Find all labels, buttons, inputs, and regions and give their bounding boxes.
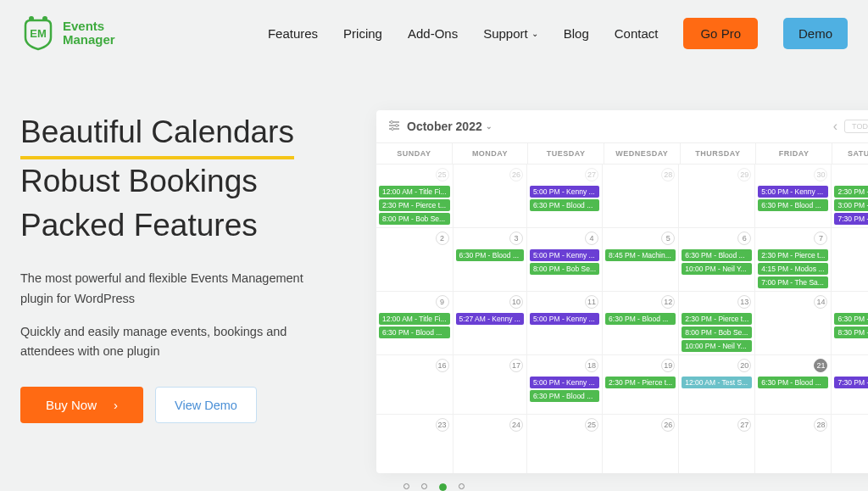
event-chip[interactable]: 5:00 PM - Kenny ...	[530, 377, 599, 388]
carousel-dot[interactable]	[421, 483, 427, 489]
event-chip[interactable]: 6:30 PM - Blood ...	[758, 377, 828, 388]
gopro-button[interactable]: Go Pro	[683, 18, 758, 49]
event-chip[interactable]: 10:00 PM - Neil Y...	[682, 340, 752, 352]
event-chip[interactable]: 6:30 PM - Blood ...	[379, 326, 450, 338]
calendar-cell[interactable]: 26	[453, 164, 527, 227]
day-number: 20	[737, 359, 751, 372]
event-chip[interactable]: 6:30 PM - Blood ...	[605, 313, 676, 325]
day-number: 5	[661, 232, 675, 245]
calendar-cell[interactable]: 216:30 PM - Blood ...	[755, 354, 832, 414]
calendar-cell[interactable]: 36:30 PM - Blood ...	[453, 227, 527, 291]
nav-support[interactable]: Support⌄	[483, 26, 538, 41]
event-chip[interactable]: 2:30 PM - Pierce t...	[379, 199, 450, 211]
day-number: 4	[585, 232, 598, 245]
buy-now-button[interactable]: Buy Now›	[20, 387, 143, 423]
event-chip[interactable]: 8:00 PM - Bob Se...	[379, 213, 450, 225]
calendar-cell[interactable]: 115:00 PM - Kenny ...	[527, 291, 603, 354]
event-chip[interactable]: 6:30 PM - Blood ...	[456, 249, 524, 261]
event-chip[interactable]: 6:30 PM - Blood ...	[834, 313, 868, 325]
nav-pricing[interactable]: Pricing	[343, 26, 382, 41]
event-chip[interactable]: 2:30 PM - Pierce t...	[758, 249, 828, 261]
calendar-cell[interactable]: 132:30 PM - Pierce t...8:00 PM - Bob Se.…	[679, 291, 755, 354]
event-chip[interactable]: 6:30 PM - Blood ...	[530, 390, 599, 402]
event-chip[interactable]: 5:00 PM - Kenny ...	[530, 249, 599, 261]
calendar-cell[interactable]: 45:00 PM - Kenny ...8:00 PM - Bob Se...	[527, 227, 603, 291]
calendar-cell[interactable]: 227:30 PM - Cecilia ...	[832, 354, 868, 414]
nav-contact[interactable]: Contact	[615, 26, 659, 41]
event-chip[interactable]: 7:00 PM - The Sa...	[758, 276, 828, 288]
day-header: THURSDAY	[681, 143, 757, 164]
view-demo-button[interactable]: View Demo	[155, 387, 257, 423]
calendar-cell[interactable]: 126:30 PM - Blood ...	[603, 291, 679, 354]
event-chip[interactable]: 5:00 PM - Kenny ...	[530, 186, 599, 198]
calendar-cell[interactable]: 28	[603, 164, 679, 227]
prev-month-icon[interactable]: ‹	[833, 119, 837, 134]
event-chip[interactable]: 4:15 PM - Modos ...	[758, 263, 828, 275]
event-chip[interactable]: 5:27 AM - Kenny ...	[456, 313, 524, 325]
day-number: 17	[509, 359, 523, 372]
event-chip[interactable]: 7:30 PM - Cecilia ...	[834, 213, 868, 225]
calendar-cell[interactable]: 66:30 PM - Blood ...10:00 PM - Neil Y...	[679, 227, 755, 291]
event-chip[interactable]: 8:30 PM - Pink	[834, 326, 868, 338]
carousel-dot[interactable]	[459, 483, 465, 489]
calendar-cell[interactable]: 305:00 PM - Kenny ...6:30 PM - Blood ...	[755, 164, 832, 227]
calendar-cell[interactable]: 275:00 PM - Kenny ...6:30 PM - Blood ...	[527, 164, 603, 227]
nav-addons[interactable]: Add-Ons	[408, 26, 458, 41]
calendar-cell[interactable]: 156:30 PM - Blood ...8:30 PM - Pink	[832, 291, 868, 354]
carousel-dot-active[interactable]	[439, 483, 447, 491]
event-chip[interactable]: 8:00 PM - Bob Se...	[530, 263, 599, 275]
event-chip[interactable]: 2:30 PM - Pierce t...	[834, 186, 868, 198]
calendar-cell[interactable]: 8	[832, 227, 868, 291]
calendar-cell[interactable]: 25	[527, 414, 603, 473]
event-chip[interactable]: 10:00 PM - Neil Y...	[682, 263, 752, 275]
nav-features[interactable]: Features	[268, 26, 318, 41]
calendar-cell[interactable]: 105:27 AM - Kenny ...	[453, 291, 527, 354]
logo[interactable]: EM EventsManager	[20, 15, 115, 51]
event-chip[interactable]: 2:30 PM - Pierce t...	[605, 377, 676, 388]
calendar-cell[interactable]: 185:00 PM - Kenny ...6:30 PM - Blood ...	[527, 354, 603, 414]
day-number: 13	[737, 295, 751, 309]
event-chip[interactable]: 12:00 AM - Title Fi...	[379, 313, 450, 325]
calendar-cell[interactable]: 912:00 AM - Title Fi...6:30 PM - Blood .…	[376, 291, 453, 354]
calendar-cell[interactable]: 2	[376, 227, 453, 291]
calendar-cell[interactable]: 24	[453, 414, 527, 473]
calendar-cell[interactable]: 27	[679, 414, 755, 473]
event-chip[interactable]: 7:30 PM - Cecilia ...	[834, 377, 868, 388]
demo-button[interactable]: Demo	[783, 18, 848, 49]
event-chip[interactable]: 2:30 PM - Pierce t...	[682, 313, 752, 325]
svg-text:EM: EM	[30, 27, 47, 40]
day-header: WEDNESDAY	[604, 143, 681, 164]
carousel-dot[interactable]	[403, 483, 409, 489]
calendar-cell[interactable]: 29	[832, 414, 868, 473]
calendar-cell[interactable]: 72:30 PM - Pierce t...4:15 PM - Modos ..…	[755, 227, 832, 291]
month-selector[interactable]: October 2022⌄	[407, 120, 492, 133]
hero-line2: Robust Bookings	[20, 164, 258, 198]
event-chip[interactable]: 6:30 PM - Blood ...	[530, 199, 599, 211]
filter-icon[interactable]	[388, 119, 400, 134]
event-chip[interactable]: 5:00 PM - Kenny ...	[758, 186, 828, 198]
calendar-cell[interactable]: 2512:00 AM - Title Fi...2:30 PM - Pierce…	[376, 164, 453, 227]
hero-line1: Beautiful Calendars	[20, 110, 294, 159]
calendar-cell[interactable]: 17	[453, 354, 527, 414]
calendar-cell[interactable]: 26	[603, 414, 679, 473]
event-chip[interactable]: 8:45 PM - Machin...	[605, 249, 676, 261]
calendar-cell[interactable]: 12:30 PM - Pierce t...3:00 PM - Let It B…	[832, 164, 868, 227]
nav-blog[interactable]: Blog	[564, 26, 589, 41]
calendar-cell[interactable]: 29	[679, 164, 755, 227]
calendar-cell[interactable]: 192:30 PM - Pierce t...	[603, 354, 679, 414]
calendar-cell[interactable]: 14	[755, 291, 832, 354]
event-chip[interactable]: 6:30 PM - Blood ...	[758, 199, 828, 211]
event-chip[interactable]: 3:00 PM - Let It Be	[834, 199, 868, 211]
event-chip[interactable]: 12:00 AM - Title Fi...	[379, 186, 450, 198]
calendar-cell[interactable]: 28	[755, 414, 832, 473]
calendar-cell[interactable]: 58:45 PM - Machin...	[603, 227, 679, 291]
event-chip[interactable]: 8:00 PM - Bob Se...	[682, 326, 752, 338]
calendar-cell[interactable]: 2012:00 AM - Test S...	[679, 354, 755, 414]
calendar-cell[interactable]: 16	[376, 354, 453, 414]
event-chip[interactable]: 6:30 PM - Blood ...	[682, 249, 752, 261]
calendar-cell[interactable]: 23	[376, 414, 453, 473]
event-chip[interactable]: 5:00 PM - Kenny ...	[530, 313, 599, 325]
day-number: 25	[436, 168, 449, 181]
today-button[interactable]: TODAY	[844, 120, 868, 133]
event-chip[interactable]: 12:00 AM - Test S...	[682, 377, 752, 388]
